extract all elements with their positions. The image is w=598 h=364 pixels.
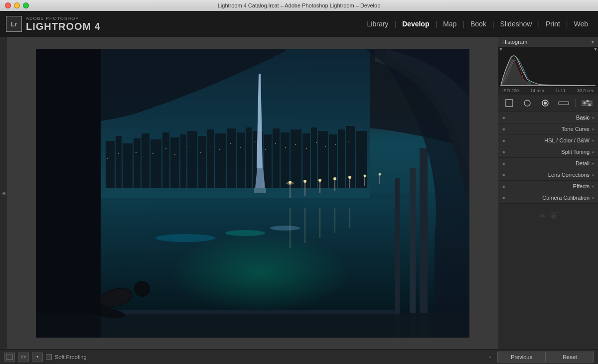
menubar: Lr ADOBE PHOTOSHOP LIGHTROOM 4 Library |…: [0, 11, 598, 37]
nav-sep-6: |: [566, 20, 568, 28]
view-toggle-button[interactable]: ▾: [32, 353, 43, 362]
tone-curve-label: Tone Curve: [508, 126, 590, 132]
svg-rect-59: [348, 141, 349, 141]
bottom-left: YY ▾ Soft Proofing: [0, 353, 486, 362]
previous-button[interactable]: Previous: [497, 352, 546, 363]
svg-rect-23: [281, 132, 290, 188]
histogram-graph: [498, 47, 598, 87]
svg-rect-56: [316, 142, 317, 143]
svg-point-102: [586, 100, 589, 103]
adobe-text: ADOBE PHOTOSHOP: [26, 16, 101, 21]
svg-rect-47: [219, 149, 220, 150]
hsl-header[interactable]: ■ HSL / Color / B&W ◂: [498, 135, 598, 146]
svg-point-3: [170, 233, 350, 313]
tone-curve-arrow-icon: ◂: [592, 126, 594, 131]
lens-corrections-header[interactable]: ■ Lens Corrections ◂: [498, 169, 598, 180]
gradient-tool[interactable]: [557, 98, 570, 109]
photo-container: [36, 49, 469, 338]
svg-rect-18: [237, 132, 245, 188]
svg-point-82: [270, 226, 300, 231]
camera-calibration-toggle: ■: [501, 195, 506, 200]
basic-header[interactable]: ■ Basic ◂: [498, 112, 598, 123]
nav-print[interactable]: Print: [542, 18, 564, 30]
svg-rect-25: [302, 133, 310, 188]
maximize-button[interactable]: [23, 2, 29, 8]
svg-rect-55: [306, 148, 307, 149]
nav-sep-3: |: [462, 20, 464, 28]
nav-library[interactable]: Library: [363, 18, 393, 30]
nav-book[interactable]: Book: [466, 18, 490, 30]
tone-curve-section: ■ Tone Curve ◂: [498, 123, 598, 135]
camera-calibration-header[interactable]: ■ Camera Calibration ◂: [498, 192, 598, 203]
view-mode-button[interactable]: [4, 353, 15, 362]
crop-tool[interactable]: [503, 98, 516, 109]
iso-value: ISO 200: [502, 88, 519, 93]
svg-rect-30: [346, 126, 355, 188]
histogram-header[interactable]: Histogram ▾: [498, 37, 598, 47]
panel-sections: ■ Basic ◂ ■ Tone Curve ◂ ■ HSL / Color /…: [498, 112, 598, 349]
svg-point-64: [303, 180, 306, 183]
image-area: [7, 37, 498, 349]
svg-point-70: [348, 176, 351, 179]
aperture-value: f / 11: [556, 88, 566, 93]
left-panel-toggle[interactable]: ◀: [0, 37, 7, 349]
hsl-label: HSL / Color / B&W: [508, 137, 590, 143]
svg-rect-54: [295, 144, 296, 145]
split-toning-header[interactable]: ■ Split Toning ◂: [498, 146, 598, 157]
nav-map[interactable]: Map: [439, 18, 460, 30]
svg-rect-96: [506, 100, 513, 107]
adjust-tool[interactable]: [581, 98, 594, 109]
svg-rect-28: [329, 134, 337, 188]
nav-sep-4: |: [492, 20, 494, 28]
effects-label: Effects: [508, 183, 590, 189]
tone-curve-header[interactable]: ■ Tone Curve ◂: [498, 123, 598, 134]
nav-slideshow[interactable]: Slideshow: [496, 18, 536, 30]
basic-label: Basic: [508, 115, 590, 121]
window-controls[interactable]: [5, 2, 29, 8]
titlebar: Lightroom 4 Catalog.lrcat – Adobe Photos…: [0, 0, 598, 11]
detail-header[interactable]: ■ Detail ◂: [498, 158, 598, 169]
hsl-section: ■ HSL / Color / B&W ◂: [498, 135, 598, 146]
svg-rect-84: [410, 168, 416, 338]
redeye-tool[interactable]: [539, 98, 552, 109]
svg-rect-42: [165, 148, 166, 149]
svg-point-80: [155, 234, 215, 242]
svg-rect-34: [254, 188, 266, 193]
grid-view-button[interactable]: YY: [18, 353, 29, 362]
svg-point-62: [286, 182, 294, 185]
svg-rect-35: [107, 158, 108, 159]
heal-tool[interactable]: [521, 98, 534, 109]
left-arrow-icon: ◀: [1, 190, 5, 196]
effects-arrow-icon: ◂: [592, 184, 594, 189]
close-button[interactable]: [5, 2, 11, 8]
svg-rect-100: [559, 102, 569, 105]
nav-sep-5: |: [538, 20, 540, 28]
tool-separator: [575, 99, 576, 107]
svg-rect-9: [150, 139, 161, 188]
decoration-ornament: ❧ ❦: [538, 210, 558, 222]
svg-point-66: [318, 179, 321, 182]
minimize-button[interactable]: [14, 2, 20, 8]
basic-toggle: ■: [501, 115, 506, 120]
panel-decoration: ❧ ❦: [498, 204, 598, 228]
nav-develop[interactable]: Develop: [398, 18, 433, 30]
effects-header[interactable]: ■ Effects ◂: [498, 181, 598, 192]
svg-rect-14: [198, 136, 206, 188]
svg-rect-13: [187, 131, 197, 188]
logo-text: ADOBE PHOTOSHOP LIGHTROOM 4: [26, 16, 101, 32]
app-name: LIGHTROOM 4: [26, 21, 101, 32]
reset-button[interactable]: Reset: [546, 352, 594, 363]
shutter-value: 30,0 sec: [577, 88, 594, 93]
svg-rect-52: [275, 143, 276, 144]
camera-calibration-arrow-icon: ◂: [592, 195, 594, 200]
soft-proofing-checkbox[interactable]: [46, 354, 52, 360]
svg-rect-53: [285, 147, 286, 148]
svg-rect-38: [123, 161, 124, 161]
detail-section: ■ Detail ◂: [498, 158, 598, 169]
camera-calibration-section: ■ Camera Calibration ◂: [498, 192, 598, 204]
split-toning-toggle: ■: [501, 149, 506, 154]
nav-web[interactable]: Web: [570, 18, 592, 30]
svg-rect-86: [36, 313, 469, 338]
svg-point-99: [544, 102, 547, 105]
svg-rect-41: [152, 153, 153, 154]
